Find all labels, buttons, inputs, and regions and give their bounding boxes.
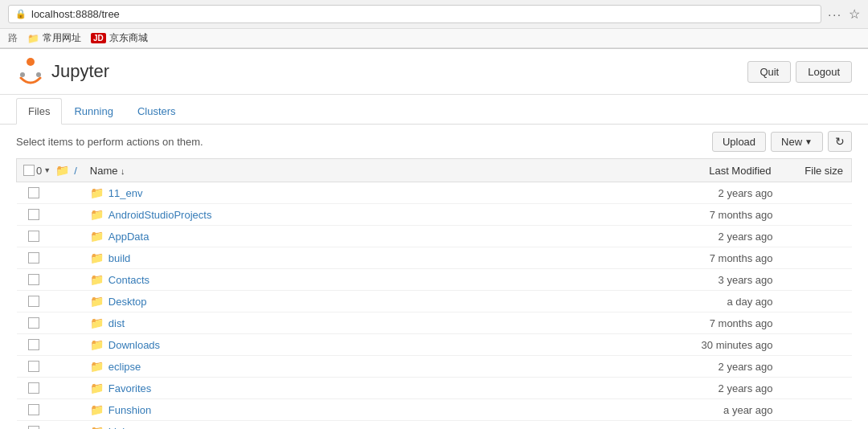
row-check-cell [17, 226, 84, 247]
row-modified-cell: 2 years ago [651, 226, 780, 247]
bookmark-jd-label: 京东商城 [109, 31, 148, 45]
file-name-link[interactable]: Links [108, 426, 133, 430]
toolbar-right: Upload New ▼ ↻ [712, 131, 852, 152]
root-path[interactable]: / [74, 165, 77, 177]
refresh-button[interactable]: ↻ [828, 131, 852, 152]
bookmark-common-sites[interactable]: 📁 常用网址 [27, 31, 81, 45]
svg-point-1 [20, 72, 25, 77]
svg-point-2 [36, 72, 41, 77]
header-left: 0 ▼ 📁 / [23, 164, 77, 177]
row-modified-cell: 7 months ago [651, 247, 780, 269]
file-list-container: 0 ▼ 📁 / Name ↓ Last Modified [0, 158, 868, 429]
folder-icon: 📁 [90, 273, 104, 286]
file-name-link[interactable]: Favorites [108, 382, 151, 394]
table-row: 📁 Contacts 3 years ago [17, 269, 852, 291]
upload-button[interactable]: Upload [712, 132, 766, 152]
row-modified-cell: 2 years ago [651, 378, 780, 399]
sort-arrow-icon: ↓ [121, 166, 125, 176]
row-checkbox[interactable] [28, 404, 39, 415]
file-name-link[interactable]: eclipse [108, 361, 141, 373]
row-check-cell [17, 378, 84, 399]
row-checkbox[interactable] [28, 252, 39, 264]
page-wrapper: Jupyter Quit Logout Files Running Cluste… [0, 49, 868, 429]
row-checkbox[interactable] [28, 382, 39, 394]
bookmark-jd[interactable]: JD 京东商城 [91, 31, 148, 45]
row-check-cell [17, 421, 84, 430]
file-name-link[interactable]: Downloads [108, 339, 160, 351]
svg-point-0 [27, 58, 35, 66]
row-name-cell: 📁 Links [84, 421, 651, 430]
header-check-col: 0 ▼ 📁 / [17, 159, 84, 182]
more-icon[interactable]: ··· [828, 8, 842, 21]
table-row: 📁 AndroidStudioProjects 7 months ago [17, 204, 852, 226]
table-row: 📁 Links a year ago [17, 421, 852, 430]
bookmark-common-label: 常用网址 [43, 31, 81, 45]
row-name-cell: 📁 eclipse [84, 356, 651, 378]
browser-actions: ··· ☆ [828, 6, 860, 22]
row-checkbox[interactable] [28, 231, 39, 242]
row-size-cell [780, 291, 852, 313]
tab-clusters[interactable]: Clusters [125, 98, 188, 125]
count-dropdown-icon[interactable]: ▼ [43, 166, 51, 174]
row-name-cell: 📁 dist [84, 313, 651, 334]
row-checkbox[interactable] [28, 209, 39, 220]
row-checkbox[interactable] [28, 426, 39, 429]
row-checkbox[interactable] [28, 187, 39, 198]
folder-icon: 📁 [90, 295, 104, 308]
table-row: 📁 Funshion a year ago [17, 399, 852, 421]
file-name-link[interactable]: 11_env [108, 187, 143, 199]
tabs-bar: Files Running Clusters [0, 98, 868, 125]
row-checkbox[interactable] [28, 274, 39, 285]
row-size-cell [780, 204, 852, 226]
browser-chrome: 🔒 localhost:8888/tree ··· ☆ 路 📁 常用网址 JD … [0, 0, 868, 49]
row-modified-cell: a year ago [651, 421, 780, 430]
url-bar[interactable]: 🔒 localhost:8888/tree [8, 5, 821, 23]
row-name-cell: 📁 Funshion [84, 399, 651, 421]
table-row: 📁 Favorites 2 years ago [17, 378, 852, 399]
bookmark-star-icon[interactable]: ☆ [849, 6, 860, 22]
row-size-cell [780, 182, 852, 204]
select-hint: Select items to perform actions on them. [16, 136, 203, 148]
file-name-link[interactable]: AppData [108, 231, 149, 243]
row-modified-cell: 7 months ago [651, 204, 780, 226]
url-text: localhost:8888/tree [31, 8, 814, 20]
folder-icon: 📁 [90, 403, 104, 416]
quit-button[interactable]: Quit [747, 61, 791, 83]
tab-running[interactable]: Running [62, 98, 125, 125]
row-checkbox[interactable] [28, 296, 39, 307]
folder-icon: 📁 [90, 338, 104, 351]
file-toolbar: Select items to perform actions on them.… [0, 125, 868, 158]
row-modified-cell: 30 minutes ago [651, 334, 780, 356]
bookmarks-label: 路 [8, 31, 18, 45]
folder-icon: 📁 [90, 317, 104, 329]
jupyter-title: Jupyter [51, 61, 109, 82]
security-icon: 🔒 [15, 9, 27, 19]
logout-button[interactable]: Logout [796, 61, 852, 83]
row-name-cell: 📁 build [84, 247, 651, 269]
row-check-cell [17, 269, 84, 291]
row-check-cell [17, 247, 84, 269]
row-checkbox[interactable] [28, 317, 39, 329]
row-checkbox[interactable] [28, 361, 39, 372]
file-list-header: 0 ▼ 📁 / Name ↓ Last Modified [17, 159, 852, 182]
header-checkbox[interactable] [23, 165, 35, 176]
tab-files[interactable]: Files [16, 98, 62, 125]
row-check-cell [17, 334, 84, 356]
header-modified[interactable]: Last Modified [651, 159, 780, 182]
folder-icon: 📁 [90, 382, 104, 394]
file-name-link[interactable]: build [108, 252, 130, 264]
file-name-link[interactable]: dist [108, 317, 125, 329]
file-name-link[interactable]: Contacts [108, 274, 149, 286]
jupyter-header: Jupyter Quit Logout [0, 49, 868, 95]
check-count: 0 ▼ [23, 165, 51, 177]
file-name-link[interactable]: Funshion [108, 404, 151, 416]
file-name-link[interactable]: AndroidStudioProjects [108, 209, 212, 221]
header-name[interactable]: Name ↓ [84, 159, 651, 182]
jupyter-logo: Jupyter [16, 57, 109, 86]
row-checkbox[interactable] [28, 339, 39, 350]
folder-icon: 📁 [90, 360, 104, 373]
new-button[interactable]: New ▼ [771, 132, 823, 152]
jupyter-logo-icon [16, 57, 45, 86]
row-modified-cell: 3 years ago [651, 269, 780, 291]
file-name-link[interactable]: Desktop [108, 296, 147, 308]
